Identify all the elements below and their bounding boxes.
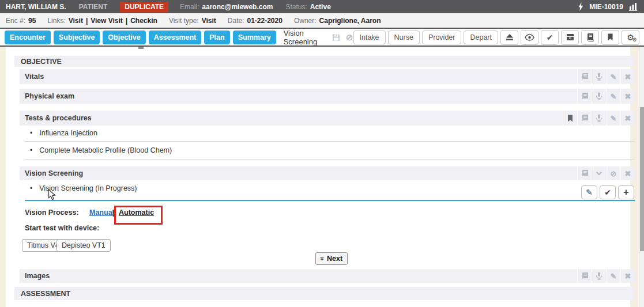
book-icon[interactable] <box>581 30 599 45</box>
tab-summary[interactable]: Summary <box>233 31 276 44</box>
depart-button[interactable]: Depart <box>464 31 498 44</box>
check-button[interactable]: ✔ <box>600 185 616 199</box>
tab-plan[interactable]: Plan <box>204 31 229 44</box>
option-manual-link[interactable]: Manual <box>89 209 114 217</box>
add-button[interactable]: + <box>618 185 634 199</box>
tab-objective[interactable]: Objective <box>103 31 145 44</box>
archive-icon[interactable] <box>561 30 579 45</box>
date-value: 01-22-2020 <box>247 17 283 25</box>
current-section-title: Vision Screening <box>284 29 326 46</box>
journal-icon[interactable] <box>577 269 592 283</box>
bar-chart-icon[interactable] <box>629 2 638 11</box>
patient-name: HART, WILLIAM S. <box>6 3 66 11</box>
tests-procedures-title: Tests & procedures <box>25 114 92 122</box>
eye-icon[interactable] <box>521 30 538 45</box>
owner-label: Owner: <box>294 17 317 25</box>
list-item-influenza[interactable]: • Influenza Injection <box>25 129 635 142</box>
collapse-icon[interactable] <box>592 166 606 180</box>
annotation-highlight-box <box>114 206 163 225</box>
edit-icon[interactable]: ✎ <box>606 89 620 104</box>
remove-icon[interactable]: ✖ <box>620 89 635 104</box>
settings-gears-icon[interactable]: ⚙⚙ <box>622 30 639 45</box>
list-item-vision-in-progress[interactable]: • Vision Screening (In Progress) <box>25 184 635 201</box>
remove-icon[interactable]: ✖ <box>620 269 635 283</box>
owner-value: Capriglione, Aaron <box>319 17 381 25</box>
panel-vitals[interactable]: Vitals ✎ ✖ <box>20 69 635 84</box>
tab-encounter[interactable]: Encounter <box>5 31 51 44</box>
panel-images[interactable]: Images ✎ ✖ <box>20 269 635 283</box>
item-label: Vision Screening (In Progress) <box>39 184 137 192</box>
check-icon[interactable]: ✔ <box>541 30 559 45</box>
duplicate-badge[interactable]: DUPLICATE <box>120 2 168 12</box>
panel-physical-exam[interactable]: Physical exam ✎ ✖ <box>20 89 635 104</box>
edit-icon[interactable]: ✎ <box>606 269 620 283</box>
visit-type-label: Visit type: <box>169 17 199 25</box>
patient-email: aaronc@mieweb.com <box>202 3 273 11</box>
link-visit[interactable]: Visit <box>69 17 83 25</box>
images-title: Images <box>25 272 50 280</box>
status-label: Status: <box>285 3 307 11</box>
device-depisteo-button[interactable]: Depisteo VT1 <box>57 239 111 252</box>
physical-exam-title: Physical exam <box>25 92 74 100</box>
bookmark-icon[interactable] <box>563 111 577 126</box>
objective-title: OBJECTIVE <box>21 58 62 66</box>
microphone-icon[interactable] <box>592 89 606 104</box>
microphone-icon[interactable] <box>592 69 606 84</box>
microphone-icon[interactable] <box>592 111 606 126</box>
journal-icon[interactable] <box>577 69 592 84</box>
link-separator: | <box>126 17 127 25</box>
microphone-icon[interactable] <box>592 269 606 283</box>
eject-icon[interactable] <box>500 30 518 45</box>
provider-button[interactable]: Provider <box>422 31 462 44</box>
email-label: Email: <box>180 3 199 11</box>
disable-icon[interactable]: ⊘ <box>346 32 353 43</box>
intake-button[interactable]: Intake <box>353 31 386 44</box>
disable-icon[interactable]: ⊘ <box>606 166 620 180</box>
clipped-scroll-fragment <box>138 47 144 49</box>
section-header-objective[interactable]: OBJECTIVE <box>14 56 635 67</box>
vertical-scrollbar[interactable] <box>639 47 644 307</box>
link-view-visit[interactable]: View Visit <box>91 17 123 25</box>
bullet-dot: • <box>30 129 32 137</box>
link-checkin[interactable]: Checkin <box>130 17 157 25</box>
encounter-info-bar: Enc #: 95 Links: Visit | View Visit | Ch… <box>0 13 644 29</box>
journal-icon[interactable] <box>577 166 592 180</box>
journal-icon[interactable] <box>577 111 592 126</box>
section-header-assessment[interactable]: ASSESSMENT <box>14 287 635 300</box>
journal-icon[interactable] <box>577 89 592 104</box>
tab-subjective[interactable]: Subjective <box>54 31 100 44</box>
save-icon[interactable] <box>332 33 340 41</box>
assessment-title: ASSESSMENT <box>21 290 70 298</box>
enc-number-value: 95 <box>28 17 36 25</box>
bullet-dot: • <box>30 146 32 154</box>
list-item-metabolic[interactable]: • Complete Metabolic Profile (Blood Chem… <box>25 146 635 160</box>
nav-toolbar: Encounter Subjective Objective Assessmen… <box>0 29 644 47</box>
remove-icon[interactable]: ✖ <box>620 69 635 84</box>
start-test-label: Start test with device: <box>25 224 99 232</box>
item-label: Complete Metabolic Profile (Blood Chem) <box>39 146 172 154</box>
item-label: Influenza Injection <box>39 129 97 137</box>
patient-header-bar: HART, WILLIAM S. PATIENT DUPLICATE Email… <box>0 0 644 13</box>
panel-vision-screening[interactable]: Vision Screening ⊘ ✖ <box>20 166 635 180</box>
enc-number-label: Enc #: <box>6 17 25 25</box>
tab-assessment[interactable]: Assessment <box>149 31 202 44</box>
edit-icon[interactable]: ✎ <box>606 69 620 84</box>
next-label: Next <box>327 255 342 263</box>
next-button[interactable]: » Next <box>315 252 348 265</box>
patient-type-label: PATIENT <box>79 3 108 11</box>
edit-icon[interactable]: ✎ <box>606 111 620 126</box>
bookmark-icon[interactable] <box>601 30 619 45</box>
remove-icon[interactable]: ✖ <box>620 111 635 126</box>
vitals-title: Vitals <box>25 73 44 81</box>
panel-tests-procedures[interactable]: Tests & procedures ✎ ✖ <box>20 111 635 126</box>
bolt-icon[interactable] <box>578 2 583 11</box>
links-label: Links: <box>47 17 65 25</box>
nurse-button[interactable]: Nurse <box>388 31 420 44</box>
vision-process-label: Vision Process: <box>25 209 79 217</box>
patient-status: Active <box>310 3 331 11</box>
remove-icon[interactable]: ✖ <box>620 166 635 180</box>
bullet-dot: • <box>30 184 32 192</box>
chart-content: OBJECTIVE Vitals ✎ ✖ Physical exam <box>6 47 630 307</box>
edit-button[interactable]: ✎ <box>581 185 597 199</box>
scrollbar-thumb[interactable] <box>640 107 644 251</box>
